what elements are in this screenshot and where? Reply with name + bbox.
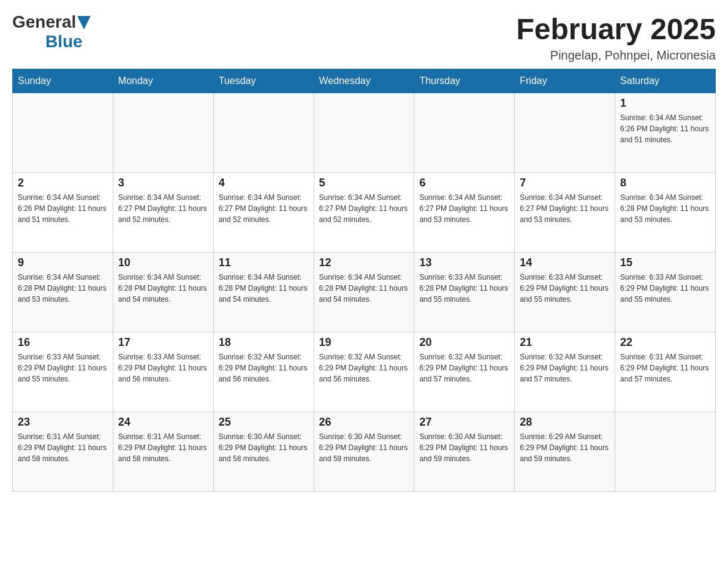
header-friday: Friday [515,69,615,93]
day-number: 13 [419,256,509,269]
table-row: 2Sunrise: 6:34 AM Sunset: 6:26 PM Daylig… [13,173,113,253]
day-number: 10 [118,256,208,269]
calendar-week-2: 2Sunrise: 6:34 AM Sunset: 6:26 PM Daylig… [13,173,716,253]
table-row: 14Sunrise: 6:33 AM Sunset: 6:29 PM Dayli… [515,253,615,332]
table-row: 17Sunrise: 6:33 AM Sunset: 6:29 PM Dayli… [113,332,213,412]
day-info: Sunrise: 6:34 AM Sunset: 6:28 PM Dayligh… [118,272,208,305]
day-info: Sunrise: 6:33 AM Sunset: 6:29 PM Dayligh… [118,351,208,385]
day-info: Sunrise: 6:33 AM Sunset: 6:29 PM Dayligh… [520,272,610,305]
day-info: Sunrise: 6:34 AM Sunset: 6:27 PM Dayligh… [319,192,409,225]
day-info: Sunrise: 6:34 AM Sunset: 6:28 PM Dayligh… [219,272,309,305]
day-info: Sunrise: 6:33 AM Sunset: 6:29 PM Dayligh… [620,272,710,305]
table-row [13,93,113,173]
day-info: Sunrise: 6:34 AM Sunset: 6:27 PM Dayligh… [520,192,610,225]
calendar-week-3: 9Sunrise: 6:34 AM Sunset: 6:28 PM Daylig… [13,253,716,332]
day-number: 8 [620,177,710,190]
day-number: 6 [419,177,509,190]
day-number: 12 [319,256,409,269]
table-row: 1Sunrise: 6:34 AM Sunset: 6:26 PM Daylig… [615,93,716,173]
table-row: 22Sunrise: 6:31 AM Sunset: 6:29 PM Dayli… [615,332,716,412]
svg-marker-0 [77,16,91,29]
day-info: Sunrise: 6:34 AM Sunset: 6:26 PM Dayligh… [18,192,108,225]
day-info: Sunrise: 6:31 AM Sunset: 6:29 PM Dayligh… [118,431,208,464]
table-row: 18Sunrise: 6:32 AM Sunset: 6:29 PM Dayli… [213,332,314,412]
table-row: 25Sunrise: 6:30 AM Sunset: 6:29 PM Dayli… [213,412,314,492]
table-row: 3Sunrise: 6:34 AM Sunset: 6:27 PM Daylig… [113,173,213,253]
table-row [314,93,414,173]
title-section: February 2025 Pingelap, Pohnpei, Microne… [516,12,716,63]
table-row: 9Sunrise: 6:34 AM Sunset: 6:28 PM Daylig… [13,253,113,332]
table-row [213,93,314,173]
day-info: Sunrise: 6:30 AM Sunset: 6:29 PM Dayligh… [319,431,409,464]
day-info: Sunrise: 6:34 AM Sunset: 6:27 PM Dayligh… [118,192,208,225]
header-sunday: Sunday [13,69,113,93]
header-wednesday: Wednesday [314,69,414,93]
table-row: 20Sunrise: 6:32 AM Sunset: 6:29 PM Dayli… [414,332,515,412]
location-text: Pingelap, Pohnpei, Micronesia [516,48,716,63]
header-monday: Monday [113,69,213,93]
header-thursday: Thursday [414,69,515,93]
table-row: 10Sunrise: 6:34 AM Sunset: 6:28 PM Dayli… [113,253,213,332]
table-row: 5Sunrise: 6:34 AM Sunset: 6:27 PM Daylig… [314,173,414,253]
day-info: Sunrise: 6:34 AM Sunset: 6:27 PM Dayligh… [219,192,309,225]
header-tuesday: Tuesday [213,69,314,93]
day-number: 7 [520,177,610,190]
table-row: 24Sunrise: 6:31 AM Sunset: 6:29 PM Dayli… [113,412,213,492]
day-number: 23 [18,416,108,429]
day-info: Sunrise: 6:34 AM Sunset: 6:28 PM Dayligh… [18,272,108,305]
table-row: 27Sunrise: 6:30 AM Sunset: 6:29 PM Dayli… [414,412,515,492]
day-info: Sunrise: 6:34 AM Sunset: 6:28 PM Dayligh… [620,192,710,225]
day-number: 3 [118,177,208,190]
day-info: Sunrise: 6:32 AM Sunset: 6:29 PM Dayligh… [419,351,509,385]
day-info: Sunrise: 6:33 AM Sunset: 6:29 PM Dayligh… [18,351,108,385]
table-row [414,93,515,173]
table-row: 26Sunrise: 6:30 AM Sunset: 6:29 PM Dayli… [314,412,414,492]
table-row: 28Sunrise: 6:29 AM Sunset: 6:29 PM Dayli… [515,412,615,492]
table-row: 12Sunrise: 6:34 AM Sunset: 6:28 PM Dayli… [314,253,414,332]
day-number: 5 [319,177,409,190]
table-row [515,93,615,173]
table-row: 7Sunrise: 6:34 AM Sunset: 6:27 PM Daylig… [515,173,615,253]
table-row [615,412,716,492]
day-number: 19 [319,336,409,349]
table-row [113,93,213,173]
day-number: 11 [219,256,309,269]
day-number: 28 [520,416,610,429]
day-info: Sunrise: 6:29 AM Sunset: 6:29 PM Dayligh… [520,431,610,464]
day-number: 26 [319,416,409,429]
day-number: 15 [620,256,710,269]
day-number: 14 [520,256,610,269]
day-number: 17 [118,336,208,349]
day-number: 27 [419,416,509,429]
table-row: 11Sunrise: 6:34 AM Sunset: 6:28 PM Dayli… [213,253,314,332]
day-number: 24 [118,416,208,429]
month-title: February 2025 [516,12,716,46]
calendar-week-5: 23Sunrise: 6:31 AM Sunset: 6:29 PM Dayli… [13,412,716,492]
day-number: 25 [219,416,309,429]
logo-general-text: General [12,12,76,32]
calendar-table: Sunday Monday Tuesday Wednesday Thursday… [12,69,716,492]
day-number: 16 [18,336,108,349]
day-info: Sunrise: 6:32 AM Sunset: 6:29 PM Dayligh… [319,351,409,385]
calendar-header-row: Sunday Monday Tuesday Wednesday Thursday… [13,69,716,93]
table-row: 21Sunrise: 6:32 AM Sunset: 6:29 PM Dayli… [515,332,615,412]
table-row: 8Sunrise: 6:34 AM Sunset: 6:28 PM Daylig… [615,173,716,253]
table-row: 13Sunrise: 6:33 AM Sunset: 6:28 PM Dayli… [414,253,515,332]
day-info: Sunrise: 6:32 AM Sunset: 6:29 PM Dayligh… [219,351,309,385]
day-info: Sunrise: 6:34 AM Sunset: 6:26 PM Dayligh… [620,112,710,145]
day-info: Sunrise: 6:30 AM Sunset: 6:29 PM Dayligh… [419,431,509,464]
table-row: 16Sunrise: 6:33 AM Sunset: 6:29 PM Dayli… [13,332,113,412]
page-header: General Blue February 2025 Pingelap, Poh… [12,12,716,63]
day-info: Sunrise: 6:31 AM Sunset: 6:29 PM Dayligh… [620,351,710,385]
table-row: 15Sunrise: 6:33 AM Sunset: 6:29 PM Dayli… [615,253,716,332]
calendar-week-1: 1Sunrise: 6:34 AM Sunset: 6:26 PM Daylig… [13,93,716,173]
logo-blue-text: Blue [45,32,83,52]
table-row: 6Sunrise: 6:34 AM Sunset: 6:27 PM Daylig… [414,173,515,253]
table-row: 23Sunrise: 6:31 AM Sunset: 6:29 PM Dayli… [13,412,113,492]
logo-arrow-icon [77,16,91,29]
logo: General Blue [12,12,91,52]
day-number: 2 [18,177,108,190]
day-number: 21 [520,336,610,349]
day-number: 20 [419,336,509,349]
day-number: 18 [219,336,309,349]
